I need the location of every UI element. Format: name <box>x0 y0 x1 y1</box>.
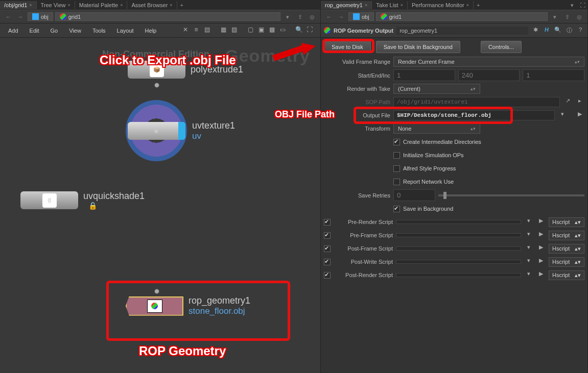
save-bg-checkbox[interactable] <box>393 206 400 212</box>
dropdown-icon[interactable]: ▾ <box>524 270 533 280</box>
tab-perfmon[interactable]: Performance Monitor× <box>408 1 474 9</box>
start-field[interactable] <box>393 69 455 81</box>
save-bg-button[interactable]: Save to Disk in Background <box>376 41 460 53</box>
houdini-icon[interactable]: H <box>543 27 551 35</box>
create-dirs-checkbox[interactable] <box>393 139 400 145</box>
valid-frame-select[interactable]: Render Current Frame▴▾ <box>393 57 584 67</box>
pin-icon[interactable]: ⇪ <box>295 12 305 22</box>
post-render-enable[interactable] <box>324 272 331 279</box>
post-render-field[interactable] <box>396 273 521 277</box>
path-seg-obj[interactable]: obj <box>348 12 374 21</box>
forward-button[interactable]: → <box>15 12 26 22</box>
tab-material-palette[interactable]: Material Palette× <box>75 1 128 9</box>
maximize-icon[interactable]: ⛶ <box>577 0 587 10</box>
close-icon[interactable]: × <box>170 3 172 8</box>
close-icon[interactable]: × <box>67 3 70 8</box>
post-write-field[interactable] <box>396 260 521 264</box>
dropdown-icon[interactable]: ▾ <box>558 111 567 120</box>
retries-field[interactable] <box>393 189 435 201</box>
save-to-disk-button[interactable]: Save to Disk <box>324 41 371 53</box>
menu-go[interactable]: Go <box>45 26 63 36</box>
lang-select[interactable]: Hscript▴▾ <box>549 231 584 240</box>
view-icon-2[interactable]: ▨ <box>229 26 239 35</box>
tab-takelist[interactable]: Take List× <box>372 1 408 9</box>
post-frame-field[interactable] <box>396 246 521 251</box>
dropdown-icon[interactable]: ▾ <box>524 231 533 240</box>
lang-select[interactable]: Hscript▴▾ <box>549 257 584 267</box>
info-icon[interactable]: ⓘ <box>565 27 573 35</box>
output-file-field[interactable]: $HIP/Desktop/stone_floor.obj <box>393 110 555 120</box>
retries-slider[interactable] <box>438 194 584 196</box>
transform-select[interactable]: None▴▾ <box>393 123 480 134</box>
take-select[interactable]: (Current)▴▾ <box>393 84 480 94</box>
file-icon[interactable]: ▶ <box>536 244 546 253</box>
view-icon-1[interactable]: ▦ <box>219 26 228 35</box>
frame-icon[interactable]: ⛶ <box>305 26 314 35</box>
help-icon[interactable]: ? <box>576 27 584 35</box>
forward-button[interactable]: → <box>336 12 346 22</box>
menu-help[interactable]: Help <box>140 26 162 36</box>
dropdown-icon[interactable]: ▾ <box>567 0 577 10</box>
back-button[interactable]: ← <box>324 12 334 22</box>
post-frame-enable[interactable] <box>324 245 331 252</box>
close-icon[interactable]: × <box>120 3 123 8</box>
list-icon[interactable]: ≡ <box>192 26 201 35</box>
add-tab-button[interactable]: + <box>177 2 186 8</box>
file-icon[interactable]: ▶ <box>536 217 546 227</box>
close-icon[interactable]: × <box>29 3 32 8</box>
op-chooser-icon[interactable]: ↗ <box>563 97 572 107</box>
lang-select[interactable]: Hscript▴▾ <box>549 217 584 227</box>
output-dot[interactable] <box>154 83 159 88</box>
pre-render-field[interactable] <box>396 220 521 224</box>
dropdown-icon[interactable]: ▾ <box>550 12 560 22</box>
file-chooser-icon[interactable]: ▶ <box>575 111 584 120</box>
menu-view[interactable]: View <box>64 26 86 36</box>
menu-tools[interactable]: Tools <box>87 26 111 36</box>
sop-path-field[interactable]: /obj/grid1/uvtexture1 <box>393 97 560 107</box>
path-seg-obj[interactable]: obj <box>28 12 53 21</box>
inc-field[interactable] <box>523 69 584 81</box>
path-seg-grid[interactable]: grid1 <box>376 12 548 21</box>
node-name-field[interactable]: rop_geometry1 <box>396 27 528 35</box>
file-icon[interactable]: ▶ <box>536 257 546 266</box>
lang-select[interactable]: Hscript▴▾ <box>549 270 584 280</box>
target-icon[interactable]: ◎ <box>574 12 584 22</box>
back-button[interactable]: ← <box>3 12 13 22</box>
init-sim-checkbox[interactable] <box>393 152 400 159</box>
file-icon[interactable]: ▶ <box>536 270 546 280</box>
input-dot[interactable] <box>154 289 159 294</box>
add-tab-button[interactable]: + <box>474 2 483 8</box>
node-rop-geometry[interactable]: rop_geometry1 stone_floor.obj <box>126 295 250 316</box>
grid-icon[interactable]: ▤ <box>202 26 211 35</box>
node-polyextrude[interactable]: 📦 polyextrude1 <box>128 61 243 79</box>
sticky-icon[interactable]: ▣ <box>256 26 266 35</box>
pre-render-enable[interactable] <box>324 219 331 226</box>
pin-icon[interactable]: ⇪ <box>562 12 572 22</box>
pre-frame-field[interactable] <box>396 233 521 237</box>
search-icon[interactable]: 🔍 <box>294 26 303 35</box>
end-field[interactable] <box>458 69 520 81</box>
dropdown-icon[interactable]: ▾ <box>283 12 293 22</box>
node-uvquickshade[interactable]: 🛢 uvquickshade1 🔒 <box>20 191 145 210</box>
tab-rop[interactable]: rop_geometry1× <box>321 1 372 9</box>
menu-edit[interactable]: Edit <box>25 26 44 36</box>
path-seg-grid[interactable]: grid1 <box>55 12 280 21</box>
tab-asset-browser[interactable]: Asset Browser× <box>127 1 177 9</box>
report-net-checkbox[interactable] <box>393 179 400 185</box>
folder-icon[interactable]: ▭ <box>278 26 287 35</box>
dropdown-icon[interactable]: ▾ <box>524 244 533 253</box>
network-view[interactable]: Geometry Non-Commercial Edition 📦 polyex… <box>0 38 320 373</box>
controls-button[interactable]: Controls... <box>481 41 522 53</box>
post-write-enable[interactable] <box>324 259 331 265</box>
node-uvtexture[interactable]: ◉ uvtexture1 uv <box>126 100 235 161</box>
target-icon[interactable]: ◎ <box>307 12 317 22</box>
close-icon[interactable]: × <box>365 3 367 8</box>
close-icon[interactable]: × <box>466 3 469 8</box>
tab-objgrid[interactable]: /obj/grid1× <box>0 1 37 9</box>
alfred-checkbox[interactable] <box>393 165 400 172</box>
image-icon[interactable]: ▩ <box>267 26 276 35</box>
wrench-icon[interactable]: ✕ <box>181 26 190 35</box>
dropdown-icon[interactable]: ▾ <box>524 257 533 266</box>
pre-frame-enable[interactable] <box>324 232 331 239</box>
op-jump-icon[interactable]: ▸ <box>575 97 584 107</box>
